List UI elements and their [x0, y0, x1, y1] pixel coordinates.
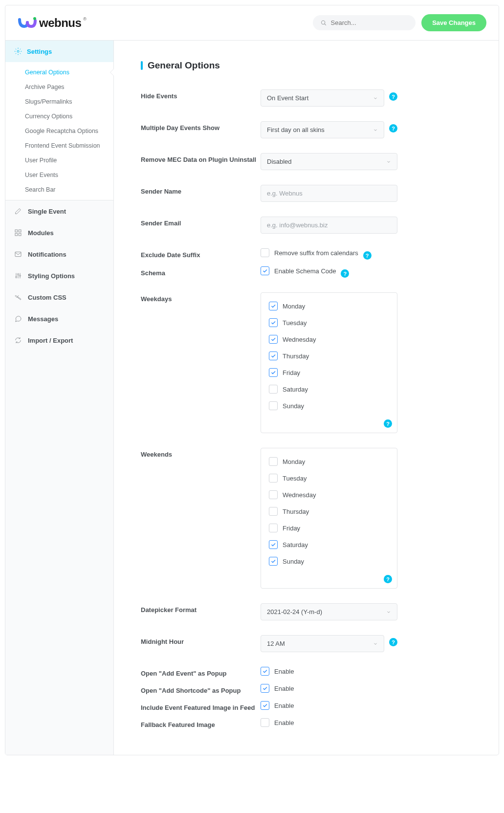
sidebar-item-modules[interactable]: Modules [5, 222, 113, 243]
checkbox[interactable] [261, 266, 269, 275]
checkbox[interactable] [269, 490, 278, 499]
sidebar-sub-slugs-permalinks[interactable]: Slugs/Permalinks [5, 94, 113, 109]
sidebar-item-import-export[interactable]: Import / Export [5, 330, 113, 351]
field-label: Weekends [141, 448, 261, 589]
field-label: Fallback Featured Image [141, 718, 261, 728]
chat-icon [14, 315, 22, 323]
checkbox[interactable] [269, 368, 278, 377]
checkbox[interactable] [261, 684, 269, 693]
field-label: Remove MEC Data on Plugin Uninstall [141, 153, 261, 170]
select[interactable]: 12 AM [261, 635, 384, 652]
day-label: Saturday [283, 386, 308, 393]
checkbox[interactable] [261, 667, 269, 676]
day-label: Thursday [283, 508, 309, 515]
checkbox[interactable] [269, 352, 278, 360]
help-icon[interactable]: ? [389, 124, 397, 132]
day-label: Wednesday [283, 491, 316, 499]
sidebar-sub-user-events[interactable]: User Events [5, 168, 113, 182]
sidebar-sub-user-profile[interactable]: User Profile [5, 153, 113, 168]
day-label: Monday [283, 458, 305, 465]
field-label: Datepicker Format [141, 603, 261, 620]
mail-icon [14, 250, 22, 258]
chevron-down-icon [386, 610, 391, 615]
field-label: Include Event Featured Image in Feed [141, 701, 261, 711]
field-label: Hide Events [141, 89, 261, 107]
checkbox[interactable] [269, 302, 278, 310]
checkbox[interactable] [261, 248, 269, 257]
edit-icon [14, 207, 22, 215]
day-label: Tuesday [283, 475, 307, 482]
wrench-icon [14, 293, 22, 301]
checkbox[interactable] [269, 385, 278, 394]
checkbox[interactable] [269, 335, 278, 344]
sidebar-sub-general-options[interactable]: General Options [5, 65, 113, 80]
chevron-down-icon [373, 128, 378, 132]
help-icon[interactable]: ? [389, 92, 397, 101]
sidebar-sub-google-recaptcha-options[interactable]: Google Recaptcha Options [5, 124, 113, 138]
sidebar-sub-archive-pages[interactable]: Archive Pages [5, 80, 113, 94]
day-group: MondayTuesdayWednesdayThursdayFridaySatu… [261, 448, 397, 589]
checkbox[interactable] [269, 507, 278, 516]
field-label: Sender Name [141, 185, 261, 202]
select[interactable]: 2021-02-24 (Y-m-d) [261, 603, 397, 620]
sidebar-settings[interactable]: Settings [5, 41, 113, 62]
sidebar-sub-currency-options[interactable]: Currency Options [5, 109, 113, 124]
help-icon[interactable]: ? [341, 269, 349, 278]
checkbox-label: Enable [274, 719, 294, 726]
field-label: Weekdays [141, 292, 261, 433]
sidebar-sub-frontend-event-submission[interactable]: Frontend Event Submission [5, 138, 113, 153]
sidebar-settings-label: Settings [27, 48, 52, 55]
help-icon[interactable]: ? [389, 638, 397, 646]
sidebar-item-notifications[interactable]: Notifications [5, 243, 113, 265]
checkbox[interactable] [269, 540, 278, 549]
sidebar-item-styling-options[interactable]: Styling Options [5, 265, 113, 286]
checkbox[interactable] [269, 474, 278, 483]
sidebar-item-custom-css[interactable]: Custom CSS [5, 286, 113, 308]
day-label: Sunday [283, 558, 304, 565]
main-content: General Options Hide EventsOn Event Star… [114, 41, 499, 755]
checkbox-label: Enable [274, 702, 294, 709]
checkbox[interactable] [269, 318, 278, 327]
text-input[interactable] [261, 185, 397, 202]
field-label: Multiple Day Events Show [141, 121, 261, 138]
select[interactable]: Disabled [261, 153, 397, 170]
day-label: Saturday [283, 541, 308, 549]
select[interactable]: First day on all skins [261, 121, 384, 138]
day-label: Thursday [283, 352, 309, 360]
day-label: Monday [283, 303, 305, 310]
day-label: Tuesday [283, 319, 307, 327]
day-label: Friday [283, 369, 300, 376]
checkbox[interactable] [269, 457, 278, 466]
chevron-down-icon [386, 159, 391, 164]
checkbox[interactable] [269, 557, 278, 566]
text-input[interactable] [261, 217, 397, 234]
title-accent [141, 61, 143, 70]
help-icon[interactable]: ? [363, 251, 372, 260]
checkbox-label: Enable [274, 685, 294, 692]
svg-point-10 [33, 17, 36, 20]
checkbox[interactable] [269, 524, 278, 532]
day-label: Wednesday [283, 336, 316, 343]
gear-icon [14, 47, 22, 55]
sidebar-sub-search-bar[interactable]: Search Bar [5, 182, 113, 197]
chevron-down-icon [373, 641, 378, 646]
brand-name: webnus [39, 16, 81, 30]
sidebar-item-messages[interactable]: Messages [5, 308, 113, 330]
registered-mark: ® [83, 17, 87, 22]
sidebar-item-single-event[interactable]: Single Event [5, 200, 113, 222]
checkbox-label: Enable [274, 668, 294, 675]
chevron-down-icon [373, 96, 378, 101]
field-label: Open "Add Event" as Popup [141, 667, 261, 677]
search-box[interactable] [313, 15, 416, 30]
day-label: Sunday [283, 402, 304, 410]
help-icon[interactable]: ? [384, 575, 392, 583]
search-input[interactable] [331, 19, 408, 26]
day-group: MondayTuesdayWednesdayThursdayFridaySatu… [261, 292, 397, 433]
checkbox[interactable] [269, 401, 278, 410]
save-button[interactable]: Save Changes [421, 14, 486, 31]
field-label: Sender Email [141, 217, 261, 234]
help-icon[interactable]: ? [384, 419, 392, 428]
checkbox[interactable] [261, 701, 269, 710]
select[interactable]: On Event Start [261, 89, 384, 107]
checkbox[interactable] [261, 718, 269, 727]
